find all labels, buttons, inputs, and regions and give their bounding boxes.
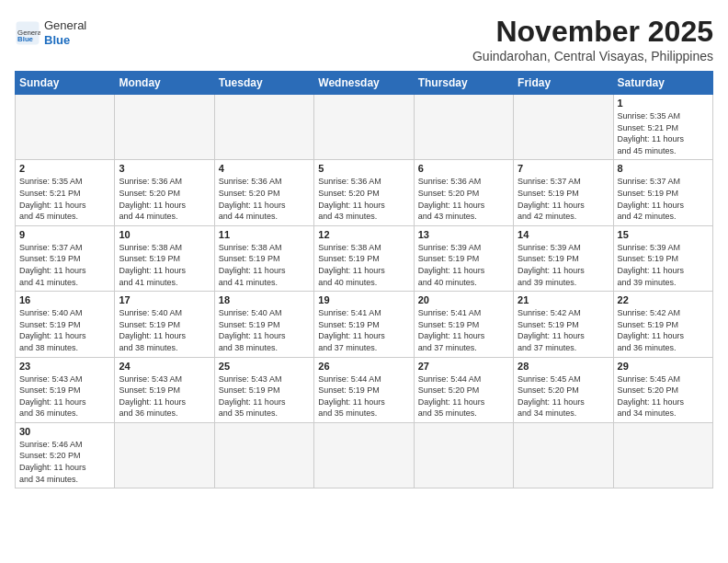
- day-number: 22: [618, 294, 709, 305]
- day-number: 11: [219, 229, 310, 240]
- logo: General Blue General Blue: [15, 15, 86, 47]
- calendar-day-cell: 6Sunrise: 5:36 AM Sunset: 5:20 PM Daylig…: [414, 160, 513, 225]
- day-info: Sunrise: 5:43 AM Sunset: 5:19 PM Dayligh…: [119, 373, 210, 419]
- calendar-day-cell: 18Sunrise: 5:40 AM Sunset: 5:19 PM Dayli…: [214, 292, 313, 357]
- day-info: Sunrise: 5:36 AM Sunset: 5:20 PM Dayligh…: [418, 176, 509, 222]
- calendar-day-cell: 7Sunrise: 5:37 AM Sunset: 5:19 PM Daylig…: [514, 160, 613, 225]
- weekday-header-saturday: Saturday: [613, 72, 712, 95]
- day-info: Sunrise: 5:39 AM Sunset: 5:19 PM Dayligh…: [418, 242, 509, 288]
- calendar-day-cell: 4Sunrise: 5:36 AM Sunset: 5:20 PM Daylig…: [214, 160, 313, 225]
- calendar-day-cell: [613, 422, 712, 488]
- calendar-day-cell: [214, 422, 313, 488]
- day-number: 4: [219, 163, 310, 174]
- calendar-day-cell: [414, 95, 513, 160]
- calendar-day-cell: 8Sunrise: 5:37 AM Sunset: 5:19 PM Daylig…: [613, 160, 712, 225]
- calendar-day-cell: 20Sunrise: 5:41 AM Sunset: 5:19 PM Dayli…: [414, 292, 513, 357]
- calendar-day-cell: [16, 95, 115, 160]
- day-number: 30: [19, 426, 110, 437]
- day-info: Sunrise: 5:41 AM Sunset: 5:19 PM Dayligh…: [318, 307, 409, 353]
- day-info: Sunrise: 5:36 AM Sunset: 5:20 PM Dayligh…: [318, 176, 409, 222]
- day-info: Sunrise: 5:38 AM Sunset: 5:19 PM Dayligh…: [219, 242, 310, 288]
- calendar-day-cell: 22Sunrise: 5:42 AM Sunset: 5:19 PM Dayli…: [613, 292, 712, 357]
- day-number: 8: [618, 163, 709, 174]
- day-info: Sunrise: 5:36 AM Sunset: 5:20 PM Dayligh…: [219, 176, 310, 222]
- calendar-day-cell: 1Sunrise: 5:35 AM Sunset: 5:21 PM Daylig…: [613, 95, 712, 160]
- weekday-header-friday: Friday: [514, 72, 613, 95]
- calendar-day-cell: 27Sunrise: 5:44 AM Sunset: 5:20 PM Dayli…: [414, 357, 513, 422]
- day-number: 29: [618, 361, 709, 372]
- calendar-day-cell: 19Sunrise: 5:41 AM Sunset: 5:19 PM Dayli…: [314, 292, 414, 357]
- weekday-header-wednesday: Wednesday: [314, 72, 414, 95]
- day-number: 20: [418, 294, 509, 305]
- calendar-week-row: 1Sunrise: 5:35 AM Sunset: 5:21 PM Daylig…: [16, 95, 713, 160]
- day-info: Sunrise: 5:44 AM Sunset: 5:19 PM Dayligh…: [318, 373, 409, 419]
- month-year-title: November 2025: [472, 15, 713, 49]
- calendar-week-row: 30Sunrise: 5:46 AM Sunset: 5:20 PM Dayli…: [16, 422, 713, 488]
- calendar-day-cell: 21Sunrise: 5:42 AM Sunset: 5:19 PM Dayli…: [514, 292, 613, 357]
- calendar-day-cell: [514, 422, 613, 488]
- day-info: Sunrise: 5:36 AM Sunset: 5:20 PM Dayligh…: [119, 176, 210, 222]
- day-number: 3: [119, 163, 210, 174]
- location-subtitle: Guindarohan, Central Visayas, Philippine…: [472, 49, 713, 63]
- day-info: Sunrise: 5:40 AM Sunset: 5:19 PM Dayligh…: [219, 307, 310, 353]
- day-number: 1: [618, 98, 709, 109]
- calendar-week-row: 23Sunrise: 5:43 AM Sunset: 5:19 PM Dayli…: [16, 357, 713, 422]
- day-info: Sunrise: 5:43 AM Sunset: 5:19 PM Dayligh…: [219, 373, 310, 419]
- page-header: General Blue General Blue November 2025 …: [15, 15, 713, 63]
- calendar-day-cell: 5Sunrise: 5:36 AM Sunset: 5:20 PM Daylig…: [314, 160, 414, 225]
- day-number: 2: [19, 163, 110, 174]
- calendar-week-row: 2Sunrise: 5:35 AM Sunset: 5:21 PM Daylig…: [16, 160, 713, 225]
- weekday-header-row: SundayMondayTuesdayWednesdayThursdayFrid…: [16, 72, 713, 95]
- calendar-day-cell: 12Sunrise: 5:38 AM Sunset: 5:19 PM Dayli…: [314, 225, 414, 291]
- weekday-header-sunday: Sunday: [16, 72, 115, 95]
- day-number: 25: [219, 361, 310, 372]
- calendar-day-cell: 17Sunrise: 5:40 AM Sunset: 5:19 PM Dayli…: [115, 292, 214, 357]
- day-info: Sunrise: 5:38 AM Sunset: 5:19 PM Dayligh…: [318, 242, 409, 288]
- calendar-day-cell: [514, 95, 613, 160]
- weekday-header-tuesday: Tuesday: [214, 72, 313, 95]
- weekday-header-monday: Monday: [115, 72, 214, 95]
- day-number: 12: [318, 229, 409, 240]
- day-number: 28: [518, 361, 609, 372]
- day-info: Sunrise: 5:37 AM Sunset: 5:19 PM Dayligh…: [19, 242, 110, 288]
- day-number: 19: [318, 294, 409, 305]
- day-number: 23: [19, 361, 110, 372]
- day-number: 14: [518, 229, 609, 240]
- day-info: Sunrise: 5:42 AM Sunset: 5:19 PM Dayligh…: [518, 307, 609, 353]
- calendar-day-cell: 9Sunrise: 5:37 AM Sunset: 5:19 PM Daylig…: [16, 225, 115, 291]
- day-number: 9: [19, 229, 110, 240]
- svg-text:Blue: Blue: [17, 35, 34, 43]
- title-section: November 2025 Guindarohan, Central Visay…: [472, 15, 713, 63]
- day-info: Sunrise: 5:39 AM Sunset: 5:19 PM Dayligh…: [618, 242, 709, 288]
- calendar-day-cell: [414, 422, 513, 488]
- day-info: Sunrise: 5:46 AM Sunset: 5:20 PM Dayligh…: [19, 439, 110, 485]
- calendar-day-cell: 29Sunrise: 5:45 AM Sunset: 5:20 PM Dayli…: [613, 357, 712, 422]
- calendar-day-cell: 15Sunrise: 5:39 AM Sunset: 5:19 PM Dayli…: [613, 225, 712, 291]
- day-info: Sunrise: 5:39 AM Sunset: 5:19 PM Dayligh…: [518, 242, 609, 288]
- calendar-week-row: 16Sunrise: 5:40 AM Sunset: 5:19 PM Dayli…: [16, 292, 713, 357]
- calendar-day-cell: 3Sunrise: 5:36 AM Sunset: 5:20 PM Daylig…: [115, 160, 214, 225]
- calendar-day-cell: 13Sunrise: 5:39 AM Sunset: 5:19 PM Dayli…: [414, 225, 513, 291]
- calendar-day-cell: 28Sunrise: 5:45 AM Sunset: 5:20 PM Dayli…: [514, 357, 613, 422]
- calendar-day-cell: [314, 422, 414, 488]
- day-number: 6: [418, 163, 509, 174]
- day-number: 27: [418, 361, 509, 372]
- calendar-week-row: 9Sunrise: 5:37 AM Sunset: 5:19 PM Daylig…: [16, 225, 713, 291]
- day-number: 21: [518, 294, 609, 305]
- day-number: 15: [618, 229, 709, 240]
- calendar-day-cell: 23Sunrise: 5:43 AM Sunset: 5:19 PM Dayli…: [16, 357, 115, 422]
- day-info: Sunrise: 5:35 AM Sunset: 5:21 PM Dayligh…: [618, 110, 709, 156]
- calendar-day-cell: 10Sunrise: 5:38 AM Sunset: 5:19 PM Dayli…: [115, 225, 214, 291]
- calendar-day-cell: 24Sunrise: 5:43 AM Sunset: 5:19 PM Dayli…: [115, 357, 214, 422]
- calendar-day-cell: 30Sunrise: 5:46 AM Sunset: 5:20 PM Dayli…: [16, 422, 115, 488]
- calendar-day-cell: 16Sunrise: 5:40 AM Sunset: 5:19 PM Dayli…: [16, 292, 115, 357]
- calendar-day-cell: 14Sunrise: 5:39 AM Sunset: 5:19 PM Dayli…: [514, 225, 613, 291]
- day-number: 10: [119, 229, 210, 240]
- day-number: 24: [119, 361, 210, 372]
- calendar-day-cell: 2Sunrise: 5:35 AM Sunset: 5:21 PM Daylig…: [16, 160, 115, 225]
- weekday-header-thursday: Thursday: [414, 72, 513, 95]
- day-number: 17: [119, 294, 210, 305]
- day-number: 7: [518, 163, 609, 174]
- day-number: 16: [19, 294, 110, 305]
- day-info: Sunrise: 5:45 AM Sunset: 5:20 PM Dayligh…: [618, 373, 709, 419]
